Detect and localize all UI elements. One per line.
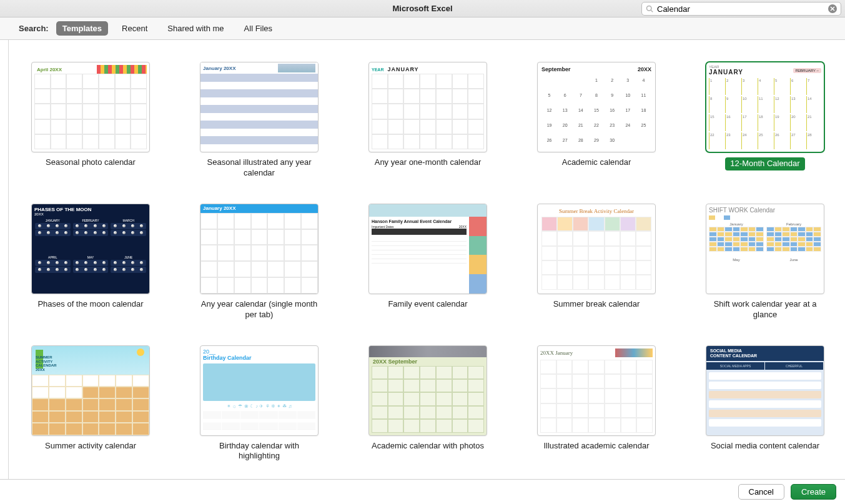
thumb-title: Birthday Calendar <box>203 355 315 361</box>
template-seasonal-photo[interactable]: April 20XX Seasonal photo calendar <box>31 62 150 179</box>
thumbnail: YEARJANUARY <box>368 62 487 152</box>
thumb-year: 20XX <box>638 66 651 72</box>
thumb-year: YEAR <box>372 67 383 72</box>
thumbnail: Hanson Family Annual Event Calendar Impo… <box>368 204 487 294</box>
thumb-sub: Important Dates <box>372 225 394 229</box>
thumbnail: April 20XX <box>31 62 150 152</box>
cancel-button[interactable]: Cancel <box>738 484 784 500</box>
template-seasonal-illustrated[interactable]: January 20XX Seasonal illustrated any ye… <box>200 62 319 179</box>
thumb-line2: CONTENT CALENDAR <box>710 353 757 358</box>
template-label: 12-Month Calendar <box>725 157 804 170</box>
template-label: Illustrated academic calendar <box>543 441 649 452</box>
template-label: Any year calendar (single month per tab) <box>200 299 319 320</box>
thumbnail: SUMMERACTIVITYCALENDAR20XX <box>31 345 150 436</box>
thumbnail: SHIFT WORK Calendar January February May… <box>706 204 824 294</box>
template-shift-work[interactable]: SHIFT WORK Calendar January February May… <box>706 204 824 320</box>
search-input[interactable] <box>657 4 824 14</box>
thumb-title: 20XX September <box>369 357 487 366</box>
template-label: Phases of the moon calendar <box>37 299 143 310</box>
thumb-title: Summer Break Activity Calendar <box>541 208 651 214</box>
thumbnail: 20XX January <box>537 345 656 436</box>
thumbnail: SOCIAL MEDIACONTENT CALENDAR SOCIAL MEDI… <box>706 345 824 436</box>
templates-grid: April 20XX Seasonal photo calendar Janua… <box>31 62 824 462</box>
thumb-month: JANUARY <box>709 69 743 76</box>
template-birthday[interactable]: 20__ Birthday Calendar ✶ ☼ ☂ ❀ ☾ ♪ ✈ ⚘ ❄… <box>200 345 319 462</box>
template-label: Seasonal photo calendar <box>46 157 136 168</box>
left-collapsed-sidebar <box>0 40 9 479</box>
thumbnail: YEARJANUARYFEBRUARY→ 1234567891011121314… <box>706 62 824 152</box>
template-label: Summer activity calendar <box>45 441 136 452</box>
template-academic-photos[interactable]: 20XX September Academic calendar with ph… <box>368 345 487 462</box>
thumb-year: 20__ <box>203 348 315 355</box>
thumbnail: PHASES OF THE MOON 20XX JANUARY FEBRUARY… <box>31 204 150 294</box>
thumb-title: January 20XX <box>203 66 235 71</box>
templates-gallery: April 20XX Seasonal photo calendar Janua… <box>0 40 845 479</box>
footer: Cancel Create <box>0 479 845 504</box>
template-label: Summer break calendar <box>553 299 640 310</box>
template-12-month[interactable]: YEARJANUARYFEBRUARY→ 1234567891011121314… <box>706 62 824 179</box>
template-academic[interactable]: September20XX 12345678910111213141516171… <box>537 62 656 179</box>
template-label: Birthday calendar with highlighting <box>200 441 319 462</box>
thumbnail: Summer Break Activity Calendar <box>537 204 656 294</box>
search-icon <box>646 5 653 12</box>
app-title: Microsoft Excel <box>392 4 452 13</box>
template-social-media[interactable]: SOCIAL MEDIACONTENT CALENDAR SOCIAL MEDI… <box>706 345 824 462</box>
clear-search-button[interactable] <box>828 4 837 13</box>
template-label: Academic calendar <box>562 157 631 168</box>
thumbnail: January 20XX <box>200 62 319 152</box>
scope-shared[interactable]: Shared with me <box>161 21 230 36</box>
template-family-event[interactable]: Hanson Family Annual Event Calendar Impo… <box>368 204 487 320</box>
thumb-heading: Hanson Family Annual Event Calendar <box>372 219 467 224</box>
thumbnail: 20XX September <box>368 345 487 436</box>
template-label: Social media content calendar <box>711 441 819 452</box>
scope-bar: Search: Templates Recent Shared with me … <box>0 17 845 40</box>
thumb-month: September <box>541 66 571 72</box>
create-button[interactable]: Create <box>791 484 836 500</box>
template-any-year-single-tab[interactable]: January 20XX Any year calendar (single m… <box>200 204 319 320</box>
thumb-month: JANUARY <box>387 66 418 72</box>
svg-line-1 <box>651 10 653 12</box>
thumb-year: 20XX <box>459 225 467 229</box>
thumbnail: 20__ Birthday Calendar ✶ ☼ ☂ ❀ ☾ ♪ ✈ ⚘ ❄… <box>200 345 319 436</box>
thumb-title: 20XX January <box>540 350 573 356</box>
thumb-next-badge: FEBRUARY→ <box>793 68 821 73</box>
thumb-title: PHASES OF THE MOON <box>34 207 147 212</box>
template-label: Shift work calendar year at a glance <box>706 299 824 320</box>
svg-point-0 <box>647 6 652 11</box>
template-any-year-one-month[interactable]: YEARJANUARY Any year one-month calendar <box>368 62 487 179</box>
thumbnail: September20XX 12345678910111213141516171… <box>537 62 656 152</box>
template-label: Academic calendar with photos <box>372 441 484 452</box>
scope-allfiles[interactable]: All Files <box>238 21 279 36</box>
close-icon <box>830 6 835 11</box>
thumb-title: April 20XX <box>34 67 62 72</box>
title-bar: Microsoft Excel <box>0 0 845 17</box>
thumbnail: January 20XX <box>200 204 319 294</box>
thumb-year: 20XX <box>34 212 147 216</box>
thumb-line1: SOCIAL MEDIA <box>710 348 742 353</box>
scope-recent[interactable]: Recent <box>116 21 154 36</box>
scope-templates[interactable]: Templates <box>56 21 108 36</box>
template-phases-of-moon[interactable]: PHASES OF THE MOON 20XX JANUARY FEBRUARY… <box>31 204 150 320</box>
search-field[interactable] <box>641 2 841 16</box>
thumb-title: January 20XX <box>200 204 318 213</box>
template-summer-activity[interactable]: SUMMERACTIVITYCALENDAR20XX Summer activi… <box>31 345 150 462</box>
template-label: Any year one-month calendar <box>375 157 482 168</box>
scope-label: Search: <box>19 24 49 33</box>
template-label: Family event calendar <box>388 299 467 310</box>
template-summer-break[interactable]: Summer Break Activity Calendar Summer br… <box>537 204 656 320</box>
template-label: Seasonal illustrated any year calendar <box>200 157 319 179</box>
template-illustrated-academic[interactable]: 20XX January Illustrated academic calend… <box>537 345 656 462</box>
thumb-brand: SHIFT WORK <box>709 207 748 214</box>
thumb-brand2: Calendar <box>749 207 775 214</box>
